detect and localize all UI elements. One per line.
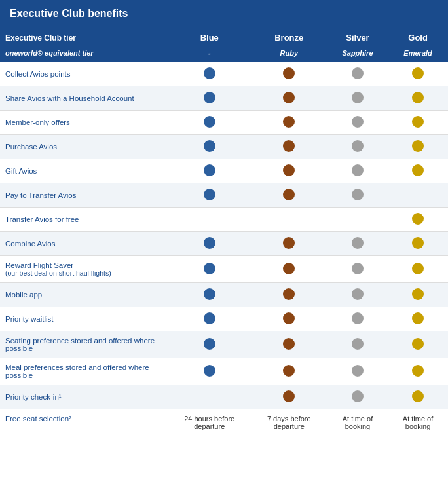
dot-silver — [352, 164, 364, 176]
dot-bronze — [283, 92, 295, 103]
dot-gold — [412, 390, 424, 402]
blue-tier-name: Blue — [172, 33, 248, 43]
cell-bronze — [251, 385, 327, 409]
dot-bronze — [283, 263, 295, 274]
cell-silver: At time of booking — [327, 409, 388, 436]
dot-bronze — [283, 312, 295, 324]
dot-blue — [204, 92, 215, 103]
cell-bronze — [251, 183, 327, 208]
cell-gold — [388, 183, 448, 208]
dot-gold — [412, 140, 424, 152]
cell-bronze — [251, 232, 327, 256]
row-label: Gift Avios — [0, 159, 168, 183]
cell-bronze — [251, 283, 327, 307]
cell-silver — [327, 208, 388, 232]
row-label: Priority check-in¹ — [0, 385, 168, 409]
page-wrapper: Executive Club benefits Executive Club t… — [0, 0, 448, 436]
cell-silver — [327, 331, 388, 358]
dot-blue — [204, 312, 215, 324]
cell-blue — [168, 86, 251, 111]
oneworld-label: oneworld® equivalent tier — [0, 48, 168, 62]
cell-blue — [168, 208, 251, 232]
table-row: Pay to Transfer Avios — [0, 183, 448, 208]
gold-tier-name: Gold — [391, 33, 445, 43]
cell-silver — [327, 86, 388, 111]
dot-silver — [352, 92, 364, 103]
dot-gold — [412, 312, 424, 324]
cell-silver — [327, 283, 388, 307]
dot-bronze — [283, 390, 295, 402]
page-title: Executive Club benefits — [0, 0, 448, 28]
dot-bronze — [283, 288, 295, 300]
cell-bronze — [251, 358, 327, 385]
header-row-2: oneworld® equivalent tier - Ruby Sapphir… — [0, 48, 448, 62]
cell-blue — [168, 283, 251, 307]
row-label: Reward Flight Saver(our best deal on sho… — [0, 256, 168, 283]
dot-gold — [412, 365, 424, 377]
dot-silver — [352, 365, 364, 377]
dot-gold — [412, 237, 424, 249]
cell-bronze — [251, 159, 327, 183]
dot-blue — [204, 67, 215, 79]
row-label: Meal preferences stored and offered wher… — [0, 358, 168, 385]
dot-bronze — [283, 164, 295, 176]
dot-silver — [352, 263, 364, 274]
bronze-column-header: Bronze — [251, 28, 327, 48]
dot-blue — [204, 237, 215, 249]
row-label: Member-only offers — [0, 111, 168, 135]
dot-blue — [204, 288, 215, 300]
bronze-tier-name: Bronze — [254, 33, 324, 43]
silver-column-header: Silver — [327, 28, 388, 48]
gold-column-header: Gold — [388, 28, 448, 48]
dot-blue — [204, 365, 215, 377]
cell-gold — [388, 256, 448, 283]
dot-silver — [352, 390, 364, 402]
dot-blue — [204, 338, 215, 350]
cell-blue — [168, 331, 251, 358]
cell-blue — [168, 135, 251, 159]
table-row: Share Avios with a Household Account — [0, 86, 448, 111]
cell-silver — [327, 358, 388, 385]
cell-bronze: 7 days before departure — [251, 409, 327, 436]
cell-blue — [168, 62, 251, 86]
cell-blue — [168, 159, 251, 183]
row-label: Priority waitlist — [0, 307, 168, 331]
dot-silver — [352, 312, 364, 324]
table-row: Transfer Avios for free — [0, 208, 448, 232]
silver-tier-name: Silver — [331, 33, 384, 43]
cell-bronze — [251, 135, 327, 159]
cell-bronze — [251, 86, 327, 111]
table-row: Purchase Avios — [0, 135, 448, 159]
row-label: Seating preference stored and offered wh… — [0, 331, 168, 358]
table-row: Combine Avios — [0, 232, 448, 256]
cell-gold — [388, 111, 448, 135]
row-label: Pay to Transfer Avios — [0, 183, 168, 208]
row-label: Share Avios with a Household Account — [0, 86, 168, 111]
dot-gold — [412, 288, 424, 300]
cell-gold — [388, 159, 448, 183]
silver-sub: Sapphire — [327, 48, 388, 62]
cell-blue — [168, 111, 251, 135]
table-row: Priority waitlist — [0, 307, 448, 331]
tier-column-header: Executive Club tier — [0, 28, 168, 48]
cell-gold — [388, 86, 448, 111]
cell-blue — [168, 256, 251, 283]
cell-blue — [168, 385, 251, 409]
dot-bronze — [283, 140, 295, 152]
cell-silver — [327, 159, 388, 183]
cell-bronze — [251, 208, 327, 232]
cell-gold — [388, 135, 448, 159]
dot-silver — [352, 237, 364, 249]
row-label: Purchase Avios — [0, 135, 168, 159]
cell-silver — [327, 135, 388, 159]
cell-silver — [327, 62, 388, 86]
tier-label: Executive Club tier — [5, 33, 165, 43]
dot-silver — [352, 116, 364, 128]
table-row: Seating preference stored and offered wh… — [0, 331, 448, 358]
dot-bronze — [283, 365, 295, 377]
dot-gold — [412, 92, 424, 103]
gold-sub: Emerald — [388, 48, 448, 62]
cell-blue — [168, 232, 251, 256]
cell-gold — [388, 208, 448, 232]
cell-gold — [388, 283, 448, 307]
